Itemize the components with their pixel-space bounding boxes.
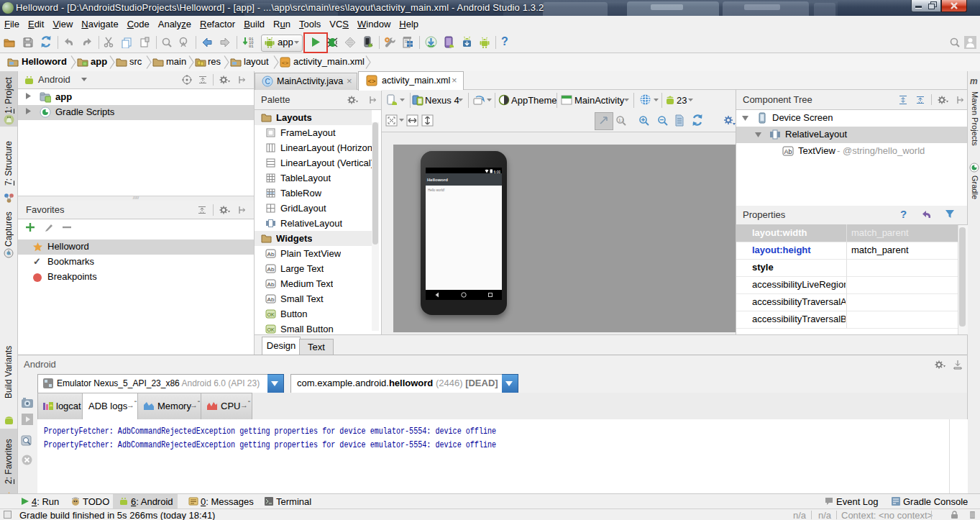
svg-text:Ab: Ab bbox=[267, 296, 275, 303]
svg-text:OK: OK bbox=[267, 327, 274, 332]
svg-text:Ab: Ab bbox=[784, 148, 792, 155]
svg-text:C: C bbox=[265, 78, 270, 86]
svg-text:Ab: Ab bbox=[267, 251, 275, 257]
svg-text:01: 01 bbox=[249, 44, 254, 49]
svg-text:Ab: Ab bbox=[267, 266, 275, 273]
svg-text:Ab: Ab bbox=[267, 281, 275, 288]
svg-text:OK: OK bbox=[267, 312, 274, 317]
svg-text:<>: <> bbox=[282, 60, 289, 66]
svg-text:1:1: 1:1 bbox=[618, 118, 625, 122]
svg-text:6:00: 6:00 bbox=[494, 170, 501, 174]
svg-text:<>: <> bbox=[368, 78, 376, 86]
